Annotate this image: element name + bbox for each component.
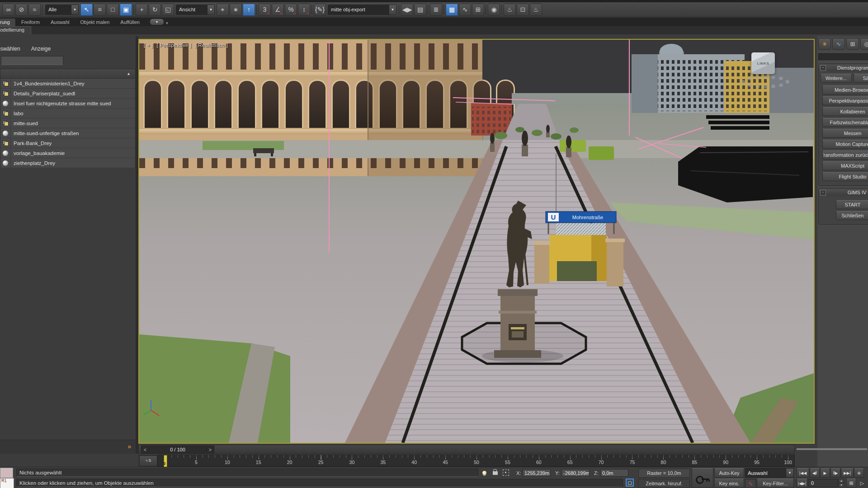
spinner-snap-toggle-icon[interactable]: ↕∩ [298,4,310,16]
viewcube-compass-ring[interactable] [741,75,789,89]
time-slider-handle[interactable]: < 0 / 100 > [141,446,214,454]
frame-indicator[interactable]: 0 / 100 [149,447,206,452]
select-and-scale-icon[interactable]: ◱ [162,4,174,16]
reference-coordinate-dropdown[interactable]: Ansicht▼ [176,5,215,15]
utility-button-maxscript[interactable]: MAXScript [822,161,868,170]
track-bar-ruler[interactable]: 0 51015202530354045505560657075808590951… [157,455,795,467]
ribbon-tab-modellierung[interactable]: Modellierung [0,18,16,26]
edit-named-selection-sets-icon[interactable]: {✎} [314,4,326,16]
utility-button-motion-capture[interactable]: Motion Capture [822,140,868,149]
maxscript-mini-listener[interactable]: Mi [0,478,14,488]
viewport-view-label[interactable]: [ Perspektive ] [157,42,192,48]
ribbon-panel-tab[interactable]: Modellierung [0,26,31,34]
next-frame-button[interactable]: ‖▶ [830,468,840,478]
set-keys-button[interactable] [692,468,713,488]
render-production-icon[interactable]: ♨ [530,4,542,16]
x-coord-field[interactable]: 1255,239m [523,469,551,477]
command-panel-tab-hierarchy[interactable]: ⊞ [846,38,859,50]
key-zoom-button[interactable]: ⊕ [854,468,864,478]
command-panel-tab-modify[interactable]: ∿ [832,38,845,50]
list-item[interactable]: Details_Pariserplatz_suedl [0,89,135,99]
list-item[interactable]: Insel fuer nichtgenutzte strasse mitte s… [0,99,135,108]
ribbon-tab-auswahl[interactable]: Auswahl [45,19,75,26]
select-and-move-icon[interactable]: + [136,4,148,16]
viewport-shading-label[interactable]: [ Realistisch ] [195,42,228,48]
y-coord-field[interactable]: -2680,199m [561,469,590,477]
perspective-viewport[interactable]: U Mohrenstraße [138,39,815,444]
sort-ascending-icon[interactable]: ▲ [127,71,131,76]
play-button[interactable]: ▶ [820,468,830,478]
mini-curve-editor-button[interactable]: ∿⇅ [139,455,157,466]
schematic-view-icon[interactable]: ⊞ [472,4,484,16]
ribbon-options-arrow[interactable]: ▾ [166,21,168,25]
utility-button-perspektivanpassung[interactable]: Perspektivanpassung [822,96,868,105]
expand-arrow-icon[interactable]: ▷ [857,479,867,488]
collapse-icon[interactable]: - [820,65,826,71]
default-in-out-tangent-icon[interactable]: ∿ [745,479,756,488]
collapse-icon[interactable]: - [820,190,826,196]
auto-key-button[interactable]: Auto-Key [714,468,744,478]
command-panel-tab-create[interactable]: ✳ [818,38,831,50]
chevron-down-icon[interactable]: ▼ [71,5,78,14]
explorer-column-header[interactable]: ▲ [0,69,136,79]
curve-editor-icon[interactable]: ∿ [459,4,471,16]
material-editor-icon[interactable]: ◉ [488,4,500,16]
select-and-rotate-icon[interactable]: ↻ [149,4,161,16]
saetze-button[interactable]: Sätze [854,74,868,83]
next-frame-arrow[interactable]: > [206,447,214,452]
viewport-nav-label[interactable]: [ + ] [144,42,153,48]
key-mode-dropdown[interactable]: Auswahl ▼ [745,468,794,478]
weitere-button[interactable]: Weitere... [821,74,852,83]
bind-to-space-warp-icon[interactable]: ≈ [28,4,41,16]
viewcube[interactable]: LINKS [750,47,777,72]
list-item[interactable]: 1v4_Bundesministerien1_Drey [0,79,135,89]
utility-button-flight-studio[interactable]: Flight Studio [822,172,868,181]
chevron-down-icon[interactable]: ▼ [786,469,793,477]
utility-button-messen[interactable]: Messen [822,129,868,138]
explorer-search-input[interactable] [1,56,63,65]
ribbon-tab-auffüllen[interactable]: Auffüllen [115,19,145,26]
ribbon-tab-freiform[interactable]: Freiform [16,19,45,26]
mirror-icon[interactable]: ◀▶ [401,4,413,16]
list-item[interactable]: ziethenplatz_Drey [0,158,135,168]
z-coord-field[interactable]: 0,0m [600,469,628,477]
rendered-frame-window-icon[interactable]: ⊡ [517,4,529,16]
list-item[interactable]: mitte-sued [0,118,135,128]
isolate-selection-toggle[interactable]: ▢ [626,479,634,487]
add-time-tag[interactable]: Zeitmark. hinzuf. [638,479,690,488]
align-icon[interactable]: ▤ [414,4,426,16]
select-and-link-icon[interactable]: ∞ [2,4,14,16]
selection-lock-icon[interactable] [491,468,499,476]
shortcut-override-toggle-icon[interactable]: ↑ [243,4,255,16]
list-item[interactable]: Park-Bank_Drey [0,138,135,148]
previous-frame-arrow[interactable]: < [142,447,149,452]
ribbon-tab-objekt-malen[interactable]: Objekt malen [75,19,115,26]
macro-recorder-mini[interactable] [0,468,13,478]
set-key-button[interactable]: Key eins. [714,479,744,488]
list-item[interactable]: mitte-sued-unfertige straßen [0,128,135,138]
time-configuration-button[interactable]: ⊞ [846,479,856,488]
go-to-start-button[interactable]: |◀◀ [797,468,809,478]
utility-button-medien-browser[interactable]: Medien-Browser [822,85,868,94]
select-by-name-icon[interactable]: ≡ [94,4,106,16]
viewcube-face-label[interactable]: LINKS [757,61,769,66]
select-object-icon[interactable]: ↖ [80,4,93,16]
utility-button-kollabieren[interactable]: Kollabieren [822,107,868,116]
named-selection-sets-dropdown[interactable]: mitte obj-export▼ [328,5,396,15]
adaptive-degradation-icon[interactable] [480,469,488,477]
viewport-label[interactable]: [ + ] [ Perspektive ] [ Realistisch ] [144,42,230,48]
selection-filter-dropdown[interactable]: Alle▼ [45,5,79,15]
key-mode-toggle[interactable]: |◀▶| [797,479,807,488]
chevron-down-icon[interactable]: ▼ [389,5,396,14]
frame-spinner[interactable]: ▲▼ [839,479,844,487]
selection-region-icon[interactable]: □ [107,4,119,16]
layer-manager-icon[interactable]: ≣ [430,4,442,16]
command-panel-field[interactable] [818,53,868,61]
use-pivot-center-icon[interactable]: ⌖ [217,4,229,16]
menu-auswaehlen[interactable]: Auswählen [0,44,26,53]
chevron-down-icon[interactable]: ▼ [207,5,214,14]
window-crossing-toggle-icon[interactable]: ▣ [120,4,132,16]
ribbon-minimize-pill[interactable]: ▼ [150,19,164,25]
rollout-gims-header[interactable]: - GIMS IV [819,189,868,196]
timeline-playhead[interactable]: 0 [164,455,167,467]
